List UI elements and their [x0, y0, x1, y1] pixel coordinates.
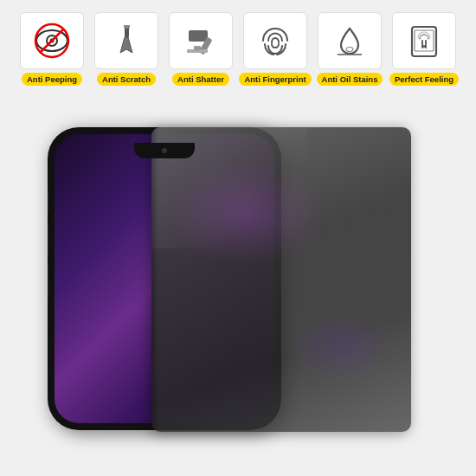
protector-edge-left: [151, 127, 158, 432]
feature-anti-shatter: Anti Shatter: [165, 12, 236, 86]
hammer-icon: [182, 22, 220, 60]
anti-peeping-label: Anti Peeping: [22, 73, 82, 86]
anti-fingerprint-icon-box: [243, 12, 307, 69]
anti-scratch-label: Anti Scratch: [97, 73, 156, 86]
svg-rect-7: [189, 30, 208, 42]
svg-rect-13: [412, 27, 436, 56]
perfect-feeling-label: Perfect Feeling: [389, 73, 459, 86]
feature-anti-fingerprint: Anti Fingerprint: [240, 12, 311, 86]
phone-notch-dot: [162, 148, 167, 153]
protector-surface: [151, 127, 411, 432]
touch-icon: [405, 22, 443, 60]
eye-slash-icon: [33, 22, 71, 60]
screen-protector: [151, 127, 411, 432]
anti-shatter-icon-box: [169, 12, 233, 69]
perfect-feeling-icon-box: [392, 12, 456, 69]
phone-area: [9, 98, 467, 467]
scratch-icon: [107, 22, 145, 60]
svg-line-4: [41, 29, 63, 52]
feature-anti-scratch: Anti Scratch: [91, 12, 162, 86]
svg-rect-10: [194, 46, 201, 50]
fingerprint-icon: [256, 22, 294, 60]
phone-button-left-2: [48, 222, 48, 257]
phone-button-left-1: [48, 188, 48, 214]
phone-button-left-3: [48, 264, 48, 299]
feature-anti-peeping: Anti Peeping: [16, 12, 87, 86]
phone-wrapper: [48, 127, 428, 439]
phone-notch: [134, 143, 195, 158]
main-container: Anti Peeping Anti Scratch: [0, 0, 476, 476]
water-drop-icon: [331, 22, 369, 60]
features-row: Anti Peeping Anti Scratch: [9, 12, 467, 86]
anti-peeping-icon-box: [20, 12, 84, 69]
svg-rect-14: [415, 30, 434, 51]
screen-shape-2: [290, 311, 394, 380]
anti-scratch-icon-box: [94, 12, 158, 69]
feature-perfect-feeling: Perfect Feeling: [389, 12, 460, 86]
anti-oil-stains-label: Anti Oil Stains: [317, 73, 383, 86]
anti-fingerprint-label: Anti Fingerprint: [239, 73, 311, 86]
svg-rect-6: [124, 25, 130, 29]
screen-shape-1: [169, 162, 325, 266]
anti-shatter-label: Anti Shatter: [172, 73, 229, 86]
feature-anti-oil-stains: Anti Oil Stains: [314, 12, 385, 86]
anti-oil-stains-icon-box: [318, 12, 382, 69]
svg-point-12: [346, 48, 353, 52]
